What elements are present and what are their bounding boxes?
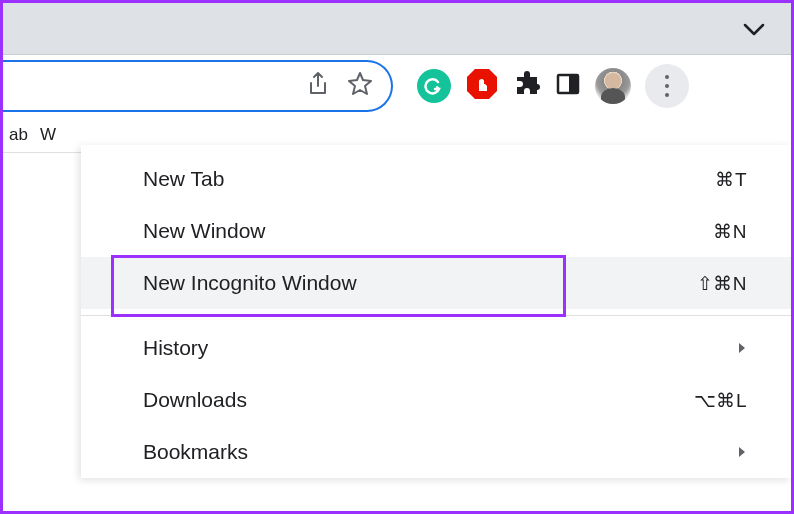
menu-shortcut: ⌥⌘L (694, 389, 747, 412)
menu-label: History (143, 336, 208, 360)
menu-item-new-window[interactable]: New Window ⌘N (81, 205, 791, 257)
menu-item-new-tab[interactable]: New Tab ⌘T (81, 153, 791, 205)
grammarly-icon[interactable] (417, 69, 451, 103)
bookmark-item-partial-1[interactable]: ab (9, 125, 28, 145)
star-icon[interactable] (347, 71, 373, 101)
profile-avatar[interactable] (595, 68, 631, 104)
menu-label: New Tab (143, 167, 224, 191)
menu-separator (81, 315, 791, 316)
sidepanel-icon[interactable] (555, 71, 581, 101)
extensions-icon[interactable] (513, 70, 541, 102)
bookmark-item-partial-2[interactable]: W (40, 125, 56, 145)
menu-label: Bookmarks (143, 440, 248, 464)
submenu-arrow-icon (737, 336, 747, 360)
toolbar (3, 55, 791, 117)
chrome-main-menu: New Tab ⌘T New Window ⌘N New Incognito W… (81, 145, 791, 478)
menu-label: Downloads (143, 388, 247, 412)
submenu-arrow-icon (737, 440, 747, 464)
tab-bar (3, 3, 791, 55)
menu-item-new-incognito-window[interactable]: New Incognito Window ⇧⌘N (81, 257, 791, 309)
menu-shortcut: ⇧⌘N (697, 272, 747, 295)
more-menu-button[interactable] (645, 64, 689, 108)
svg-rect-1 (569, 75, 578, 93)
menu-item-bookmarks[interactable]: Bookmarks (81, 426, 791, 478)
extension-icons (417, 64, 689, 108)
menu-label: New Incognito Window (143, 271, 357, 295)
menu-item-downloads[interactable]: Downloads ⌥⌘L (81, 374, 791, 426)
tabs-dropdown-chevron[interactable] (743, 23, 765, 41)
menu-shortcut: ⌘T (715, 168, 747, 191)
menu-label: New Window (143, 219, 266, 243)
menu-item-history[interactable]: History (81, 322, 791, 374)
address-bar[interactable] (3, 60, 393, 112)
share-icon[interactable] (307, 71, 329, 101)
adblock-icon[interactable] (465, 67, 499, 105)
menu-shortcut: ⌘N (713, 220, 747, 243)
